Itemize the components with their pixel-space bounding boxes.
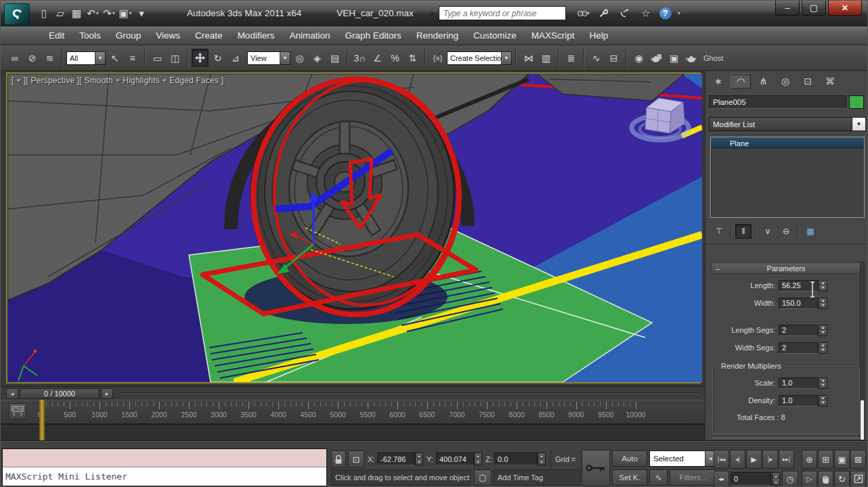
rectangular-selection-region-button[interactable]: ▭ (149, 49, 166, 67)
pan-zoom-mode-button[interactable]: ▷ (802, 471, 817, 487)
make-unique-button[interactable]: ∨ (760, 224, 776, 239)
current-frame-field[interactable]: 0 (731, 472, 771, 486)
length-spinner[interactable]: ▲▼ (819, 280, 827, 292)
auto-key-button[interactable]: Auto (612, 450, 647, 467)
x-spinner[interactable]: ▲▼ (415, 453, 423, 465)
time-slider-caret[interactable] (39, 400, 45, 440)
application-menu-button[interactable]: Ϛ (4, 3, 30, 25)
menu-tools[interactable]: Tools (72, 26, 108, 45)
object-name-field[interactable]: Plane005 (709, 95, 846, 109)
zoom-extents-button[interactable]: ▣ (834, 450, 850, 469)
reference-coordinate-dropdown[interactable]: View▼ (247, 51, 290, 65)
frame-spinner[interactable]: ▲▼ (772, 472, 780, 486)
select-by-name-button[interactable]: ≡ (124, 49, 141, 67)
perspective-viewport[interactable]: [ + ][ Perspective ][ Smooth + Highlight… (6, 72, 701, 384)
curve-editor-button[interactable]: ∿ (588, 49, 605, 67)
modifier-list-dropdown[interactable]: Modifier List ▼ (709, 117, 866, 131)
material-editor-button[interactable]: ◉ (630, 49, 647, 67)
trackbar-key-area[interactable] (1, 424, 705, 440)
length-segs-spinner[interactable]: ▲▼ (819, 325, 827, 336)
parameters-rollout-header[interactable]: _ Parameters (711, 262, 861, 274)
pan-button[interactable] (818, 471, 833, 487)
tab-utilities[interactable]: ⌘ (820, 73, 840, 89)
mini-curve-editor-button[interactable] (9, 403, 26, 419)
go-to-end-button[interactable]: ▸▸| (779, 450, 794, 469)
menu-edit[interactable]: Edit (41, 26, 72, 45)
select-and-link-button[interactable]: ∞ (6, 49, 23, 67)
selection-lock-button[interactable] (331, 450, 346, 468)
density-spinner[interactable]: ▲▼ (819, 395, 827, 407)
menu-help[interactable]: Help (582, 26, 616, 45)
menu-maxscript[interactable]: MAXScript (524, 26, 582, 45)
width-segs-field[interactable]: 2 (779, 342, 818, 354)
panel-scrollbar[interactable] (860, 262, 865, 440)
scrollbar-thumb[interactable] (861, 400, 864, 440)
tab-hierarchy[interactable]: ⋔ (753, 73, 773, 89)
viewport-canvas[interactable] (7, 74, 702, 382)
remove-modifier-button[interactable]: ⊖ (778, 224, 794, 239)
orbit-button[interactable]: ↻ (834, 471, 850, 487)
pin-stack-button[interactable]: ⊤ (711, 224, 727, 239)
select-object-button[interactable]: ↖ (106, 49, 123, 67)
y-coordinate-field[interactable]: 400.074 (436, 453, 474, 465)
menu-customize[interactable]: Customize (466, 26, 524, 45)
select-and-manipulate-button[interactable]: ◈ (309, 49, 326, 67)
key-filters-button[interactable]: Filters... (670, 469, 717, 486)
search-input[interactable] (439, 6, 566, 20)
window-crossing-button[interactable]: ◫ (167, 49, 183, 67)
project-folder-button[interactable]: ▣▾ (118, 5, 133, 22)
maximize-button[interactable]: ▢ (802, 1, 826, 16)
stack-item-plane[interactable]: Plane (711, 137, 864, 149)
length-segs-field[interactable]: 2 (779, 325, 818, 336)
next-frame-playback-button[interactable]: |▸ (762, 450, 778, 469)
show-end-result-button[interactable]: ‖ (735, 224, 752, 239)
go-to-start-button[interactable]: |◂◂ (714, 450, 729, 469)
unlink-selection-button[interactable]: ⊘ (24, 49, 41, 67)
track-bar[interactable]: 0500100015002000250030003500400045005000… (1, 400, 705, 424)
width-field[interactable]: 150.0 (779, 298, 818, 309)
time-slider-track[interactable] (121, 392, 698, 394)
rendered-frame-window-button[interactable]: ▣ (666, 49, 682, 67)
snap-toggle-3d-button[interactable]: 3∩ (351, 49, 368, 67)
zoom-button[interactable]: ⊕ (802, 450, 817, 469)
named-selection-dropdown[interactable]: Create Selection S▼ (447, 51, 512, 65)
default-tangent-button[interactable]: ∿ (649, 469, 668, 486)
selection-filter-dropdown[interactable]: All▼ (66, 51, 106, 65)
new-file-button[interactable]: ▯ (37, 5, 51, 22)
menu-group[interactable]: Group (108, 26, 149, 45)
play-button[interactable]: ▶ (746, 450, 762, 469)
y-spinner[interactable]: ▲▼ (474, 453, 482, 465)
tab-display[interactable]: ⊡ (798, 73, 818, 89)
render-setup-button[interactable] (648, 49, 665, 67)
width-segs-spinner[interactable]: ▲▼ (819, 342, 827, 354)
selection-set-dropdown[interactable]: Selected ▼ (649, 450, 717, 467)
help-button[interactable]: ? (659, 7, 672, 20)
maxscript-mini-listener[interactable]: MAXScript Mini Listener (2, 448, 327, 486)
close-button[interactable]: × (828, 1, 862, 16)
manage-layers-button[interactable]: ≣ (563, 49, 580, 67)
scale-spinner[interactable]: ▲▼ (819, 377, 827, 389)
time-slider-thumb[interactable]: 0 / 10000 (20, 388, 100, 399)
tab-modify[interactable]: ◠ (731, 73, 751, 89)
next-frame-button[interactable]: ▸ (101, 388, 113, 399)
time-configuration-button[interactable]: ◷ (782, 471, 798, 487)
mirror-button[interactable]: ⋈ (520, 49, 537, 67)
absolute-mode-button[interactable]: ⊡ (348, 450, 364, 468)
scale-field[interactable]: 1.0 (779, 377, 818, 389)
set-key-button[interactable]: Set K. (612, 469, 647, 486)
z-coordinate-field[interactable]: 0.0 (494, 453, 538, 465)
menu-graph-editors[interactable]: Graph Editors (337, 26, 408, 45)
set-keys-button[interactable] (582, 450, 610, 486)
menu-create[interactable]: Create (188, 26, 230, 45)
redo-button[interactable]: ↷▾ (102, 5, 116, 22)
add-time-tag[interactable]: Add Time Tag (494, 469, 580, 486)
z-spinner[interactable]: ▲▼ (538, 453, 546, 465)
configure-modifier-sets-button[interactable]: ▦ (802, 224, 819, 239)
previous-frame-playback-button[interactable]: ◂| (730, 450, 745, 469)
favorites-button[interactable]: ☆ (638, 5, 653, 22)
listener-script-row[interactable]: MAXScript Mini Listener (3, 467, 326, 486)
communication-center-button[interactable] (617, 5, 632, 22)
density-field[interactable]: 1.0 (779, 395, 818, 407)
percent-snap-button[interactable]: % (387, 49, 404, 67)
use-pivot-center-button[interactable]: ◎ (291, 49, 308, 67)
